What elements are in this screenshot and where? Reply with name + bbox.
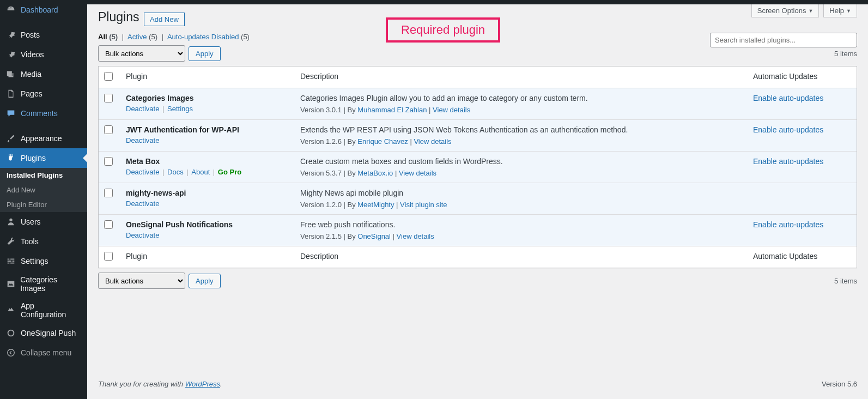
action-link[interactable]: Deactivate [126,105,159,113]
admin-topbar [87,0,868,4]
row-checkbox[interactable] [104,94,113,102]
filter-auto-disabled[interactable]: Auto-updates Disabled (5) [167,33,250,41]
version-text: Version 5.6 [822,380,857,388]
sidebar-item-onesignal[interactable]: OneSignal Push [0,323,87,343]
action-link[interactable]: Go Pro [218,168,241,176]
sidebar-item-tools[interactable]: Tools [0,232,87,251]
action-link[interactable]: Deactivate [126,136,159,144]
plugin-name: mighty-news-api [126,189,289,197]
sidebar-item-videos[interactable]: Videos [0,45,87,64]
plugin-meta: Version 1.2.0 | By MeetMighty | Visit pl… [300,201,742,209]
filter-all[interactable]: All (5) [98,33,118,41]
sidebar-item-appearance[interactable]: Appearance [0,129,87,148]
details-link[interactable]: View details [414,137,451,146]
apply-button-top[interactable]: Apply [189,46,221,61]
subitem-add-new[interactable]: Add New [0,183,87,197]
author-link[interactable]: Enrique Chavez [357,137,408,146]
sidebar-item-dashboard[interactable]: Dashboard [0,0,87,20]
page-title: Plugins [98,10,139,25]
col-plugin[interactable]: Plugin [120,66,295,88]
sidebar-item-pages[interactable]: Pages [0,84,87,104]
enable-auto-updates-link[interactable]: Enable auto-updates [753,125,823,134]
sidebar-item-comments[interactable]: Comments [0,104,87,123]
plugin-name: Categories Images [126,94,289,102]
row-checkbox[interactable] [104,220,113,229]
action-link[interactable]: Deactivate [126,168,159,176]
comment-icon [5,108,16,119]
details-link[interactable]: View details [399,169,436,177]
sidebar-item-media[interactable]: Media [0,64,87,84]
sidebar-label: Posts [21,31,40,39]
plugin-description: Mighty News api mobile plugin [300,189,742,197]
author-link[interactable]: OneSignal [357,232,391,240]
table-row: JWT Authentication for WP-APIDeactivateE… [99,119,857,151]
pin-icon [5,29,16,40]
items-count: 5 items [834,277,857,285]
help-button[interactable]: Help ▼ [823,4,857,17]
sidebar-label: App Configuration [21,301,82,319]
sidebar-item-plugins[interactable]: Plugins [0,148,87,168]
plugin-name: Meta Box [126,157,289,166]
chevron-down-icon: ▼ [808,8,813,14]
plug-icon [5,153,16,164]
select-all-checkbox[interactable] [104,72,113,81]
add-new-button[interactable]: Add New [144,13,185,26]
screen-options-button[interactable]: Screen Options ▼ [751,4,820,17]
action-link[interactable]: Settings [167,105,193,113]
apply-button-bottom[interactable]: Apply [189,274,221,288]
action-link[interactable]: Deactivate [126,231,159,239]
search-input[interactable] [710,33,857,47]
sidebar-item-posts[interactable]: Posts [0,25,87,45]
bulk-actions-select[interactable]: Bulk actions [98,45,185,62]
sliders-icon [5,256,16,267]
plugin-name: JWT Authentication for WP-API [126,125,289,134]
generic-icon [5,305,16,316]
sidebar-submenu-plugins: Installed Plugins Add New Plugin Editor [0,168,87,212]
brush-icon [5,133,16,144]
col-auto-updates[interactable]: Automatic Updates [748,66,857,88]
enable-auto-updates-link[interactable]: Enable auto-updates [753,220,823,229]
subitem-plugin-editor[interactable]: Plugin Editor [0,197,87,212]
col-auto-updates[interactable]: Automatic Updates [748,246,857,268]
action-link[interactable]: About [191,168,210,176]
media-icon [5,69,16,80]
author-link[interactable]: Muhammad El Zahlan [357,106,427,114]
sidebar-label: Collapse menu [21,348,71,357]
user-icon [5,216,16,227]
sidebar-item-cat-images[interactable]: Categories Images [0,271,87,297]
sidebar-item-app-config[interactable]: App Configuration [0,297,87,323]
author-link[interactable]: MetaBox.io [357,169,393,177]
enable-auto-updates-link[interactable]: Enable auto-updates [753,157,823,166]
sidebar-label: Comments [21,109,58,118]
action-link[interactable]: Docs [167,168,184,176]
sidebar-label: Settings [21,257,48,265]
select-all-checkbox-bottom[interactable] [104,252,113,261]
sidebar-label: Appearance [21,134,62,143]
row-checkbox[interactable] [104,157,113,166]
details-link[interactable]: View details [433,106,470,114]
table-row: Categories ImagesDeactivate | SettingsCa… [99,88,857,119]
subitem-installed-plugins[interactable]: Installed Plugins [0,168,87,183]
row-checkbox[interactable] [104,189,113,197]
chevron-down-icon: ▼ [846,8,851,14]
col-plugin[interactable]: Plugin [120,246,295,268]
filter-active[interactable]: Active (5) [128,33,157,41]
sidebar-item-users[interactable]: Users [0,212,87,232]
details-link[interactable]: Visit plugin site [400,201,447,209]
sidebar-label: Categories Images [20,275,82,293]
col-description[interactable]: Description [295,246,748,268]
bulk-actions-select-bottom[interactable]: Bulk actions [98,273,185,289]
plugin-description: Categories Images Plugin allow you to ad… [300,94,742,102]
sidebar-item-settings[interactable]: Settings [0,251,87,271]
wordpress-link[interactable]: WordPress [185,380,220,388]
sidebar-label: Pages [21,89,43,98]
search-container [710,33,857,47]
col-description[interactable]: Description [295,66,748,88]
author-link[interactable]: MeetMighty [357,201,394,209]
sidebar-item-collapse[interactable]: Collapse menu [0,343,87,362]
row-checkbox[interactable] [104,125,113,134]
action-link[interactable]: Deactivate [126,200,159,208]
enable-auto-updates-link[interactable]: Enable auto-updates [753,94,823,102]
details-link[interactable]: View details [397,232,434,240]
row-actions: Deactivate [126,200,289,208]
